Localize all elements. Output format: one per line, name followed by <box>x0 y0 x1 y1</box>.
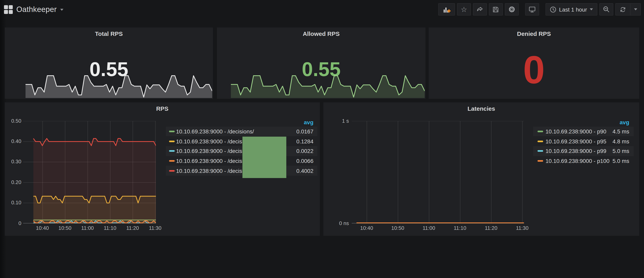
panel-allowed-rps: Allowed RPS 0.55 <box>217 27 426 99</box>
legend-row[interactable]: 10.10.69.238:9000 - /decisions/0.0022 <box>166 146 318 156</box>
legend-row[interactable]: 10.10.69.238:9000 - p995.0 ms <box>533 146 634 156</box>
legend-avg-header[interactable]: avg <box>620 119 629 125</box>
save-icon <box>492 6 500 13</box>
time-range-label: Last 1 hour <box>559 6 587 12</box>
legend-avg-value: 0.0167 <box>296 128 314 135</box>
dashboard-picker[interactable]: Oathkeeper <box>4 0 64 19</box>
x-tick-label: 11:10 <box>100 225 120 231</box>
refresh-icon <box>619 6 626 13</box>
chevron-down-icon[interactable] <box>60 8 64 10</box>
x-tick-label: 11:30 <box>145 225 166 231</box>
legend-avg-header[interactable]: avg <box>304 119 314 125</box>
series-color-marker[interactable] <box>537 150 543 152</box>
y-tick-label: 0.40 <box>5 138 21 145</box>
panel-latencies-graph: Latencies avg 1 s0 ns10:4010:5011:0011:1… <box>324 102 639 236</box>
navbar: Oathkeeper ☆ <box>0 0 644 19</box>
x-tick-label: 10:40 <box>32 225 53 231</box>
series-color-marker[interactable] <box>169 170 174 172</box>
zoom-out-icon <box>602 5 610 13</box>
toolbar: ☆ <box>436 3 641 15</box>
tv-icon <box>528 5 536 13</box>
panel-title[interactable]: Denied RPS <box>429 30 639 37</box>
refresh-interval-dropdown[interactable] <box>630 3 641 15</box>
legend-row[interactable]: 10.10.69.238:9000 - p1005.0 ms <box>533 156 634 166</box>
legend-row[interactable]: 10.10.69.238:9000 - /decisions/0.4002 <box>166 166 318 176</box>
legend-row[interactable]: 10.10.69.238:9000 - /decisions/0.0167 <box>166 126 318 136</box>
share-icon <box>476 5 484 13</box>
series-color-marker[interactable] <box>537 131 543 132</box>
time-range-caret-icon <box>590 8 593 10</box>
grafana-dashboard: Oathkeeper ☆ <box>0 0 644 278</box>
refresh-button[interactable] <box>615 3 630 15</box>
legend-series-label[interactable]: 10.10.69.238:9000 - p100 <box>546 158 610 164</box>
y-tick-label: 0 <box>5 220 21 227</box>
legend-avg-value: 0.0022 <box>296 148 314 154</box>
legend-avg-value: 0.1284 <box>296 138 314 144</box>
green-overlay-artifact <box>242 137 286 178</box>
refresh-caret-icon <box>634 8 637 10</box>
save-button[interactable] <box>489 3 503 15</box>
y-tick-label: 0.20 <box>5 179 21 185</box>
stat-value-denied-rps: 0 <box>429 47 639 92</box>
y-tick-label: 1 s <box>324 118 349 124</box>
add-panel-button[interactable] <box>438 3 455 15</box>
panel-total-rps: Total RPS 0.55 <box>5 27 213 99</box>
y-tick-label: 0.10 <box>5 200 21 206</box>
legend-row[interactable]: 10.10.69.238:9000 - p954.8 ms <box>533 136 634 146</box>
y-tick-label: 0.50 <box>5 118 21 124</box>
legend-row[interactable]: 10.10.69.238:9000 - p904.5 ms <box>533 126 634 136</box>
legend-series-label[interactable]: 10.10.69.238:9000 - p90 <box>546 128 606 135</box>
series-color-marker[interactable] <box>169 150 174 152</box>
zoom-out-button[interactable] <box>599 3 613 15</box>
x-tick-label: 11:10 <box>450 225 470 231</box>
panel-denied-rps: Denied RPS 0 <box>429 27 639 99</box>
tv-kiosk-button[interactable] <box>525 3 539 15</box>
legend-row[interactable]: 10.10.69.238:9000 - /decisions/0.1284 <box>166 136 318 146</box>
legend-avg-value: 4.8 ms <box>612 138 629 144</box>
add-panel-icon <box>443 5 450 13</box>
series-color-marker[interactable] <box>169 160 174 162</box>
refresh-control <box>615 3 641 15</box>
x-tick-label: 10:50 <box>55 225 75 231</box>
gear-icon <box>508 5 516 13</box>
x-tick-label: 11:20 <box>122 225 143 231</box>
y-tick-label: 0 ns <box>324 220 349 227</box>
panel-title[interactable]: RPS <box>5 105 320 112</box>
legend-avg-value: 0.0066 <box>296 158 314 164</box>
series-color-marker[interactable] <box>537 140 543 142</box>
share-button[interactable] <box>473 3 487 15</box>
x-tick-label: 11:20 <box>481 225 502 231</box>
clock-icon <box>550 6 556 12</box>
x-tick-label: 10:40 <box>356 225 377 231</box>
series-color-marker[interactable] <box>169 131 174 132</box>
legend-avg-value: 5.0 ms <box>612 148 629 154</box>
legend-row[interactable]: 10.10.69.238:9000 - /decisions/0.0066 <box>166 156 318 166</box>
legend-avg-value: 0.4002 <box>296 168 314 174</box>
series-color-marker[interactable] <box>537 160 543 162</box>
y-tick-label: 0.30 <box>5 159 21 165</box>
x-tick-label: 11:00 <box>418 225 439 231</box>
star-icon: ☆ <box>461 6 467 13</box>
legend-series-label[interactable]: 10.10.69.238:9000 - /decisions/ <box>176 128 254 135</box>
star-button[interactable]: ☆ <box>457 3 471 15</box>
time-range-picker[interactable]: Last 1 hour <box>546 3 597 15</box>
x-tick-label: 11:30 <box>512 225 532 231</box>
dashboard-title[interactable]: Oathkeeper <box>16 5 57 14</box>
sparkline-allowed-rps <box>231 75 425 98</box>
legend-avg-value: 5.0 ms <box>612 158 629 164</box>
chart-plot[interactable] <box>352 121 524 223</box>
panel-title[interactable]: Allowed RPS <box>217 30 426 37</box>
legend-series-label[interactable]: 10.10.69.238:9000 - p99 <box>546 148 606 154</box>
x-tick-label: 11:00 <box>77 225 98 231</box>
x-tick-label: 10:50 <box>388 225 408 231</box>
legend-avg-value: 4.5 ms <box>612 128 629 135</box>
sparkline-total-rps <box>26 75 212 98</box>
panel-title[interactable]: Latencies <box>324 105 639 112</box>
settings-button[interactable] <box>505 3 519 15</box>
chart-plot[interactable] <box>23 121 156 223</box>
legend-series-label[interactable]: 10.10.69.238:9000 - p95 <box>546 138 606 144</box>
dashboards-grid-icon <box>4 5 13 14</box>
series-color-marker[interactable] <box>169 140 174 142</box>
panel-title[interactable]: Total RPS <box>5 30 213 37</box>
